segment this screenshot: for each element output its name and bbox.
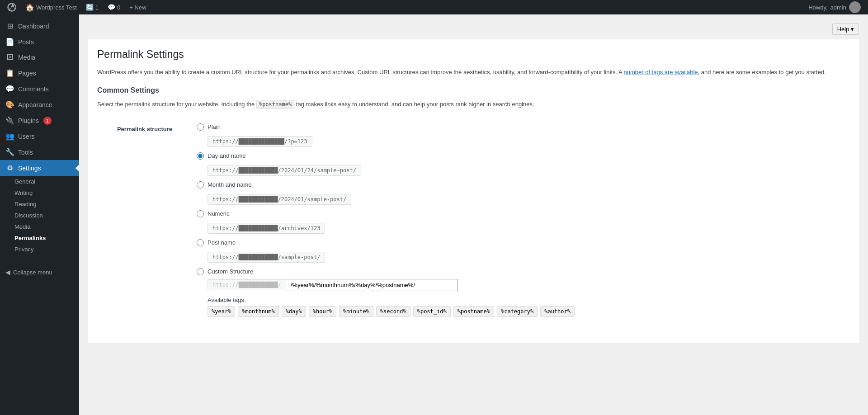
url-preview-numeric: https://████████████/archives/123 bbox=[208, 223, 325, 234]
tag-button-minute[interactable]: %minute% bbox=[339, 306, 373, 317]
howdy-label: Howdy, bbox=[808, 4, 827, 11]
description-link[interactable]: number of tags are available bbox=[623, 69, 698, 75]
settings-table: Permalink structure Plainhttps://███████… bbox=[97, 117, 850, 329]
sidebar-item-plugins[interactable]: 🔌 Plugins 1 bbox=[0, 113, 79, 128]
menu-icon-tools: 🔧 bbox=[5, 148, 14, 156]
radio-label-day_name[interactable]: Day and name bbox=[197, 152, 845, 160]
updates-button[interactable]: 🔄 1 bbox=[82, 0, 102, 14]
menu-label-users: Users bbox=[18, 133, 35, 140]
howdy-section: Howdy, admin bbox=[805, 1, 864, 13]
sidebar-item-settings[interactable]: ⚙ Settings bbox=[0, 160, 79, 176]
option-post_name: Post namehttps://████████████/sample-pos… bbox=[197, 239, 845, 263]
url-preview-post_name: https://████████████/sample-post/ bbox=[208, 252, 325, 263]
sidebar-item-posts[interactable]: 📄 Posts bbox=[0, 34, 79, 50]
menu-icon-comments: 💬 bbox=[5, 85, 14, 93]
radio-day_name[interactable] bbox=[197, 152, 204, 160]
menu-label-appearance: Appearance bbox=[18, 101, 52, 108]
common-settings-title: Common Settings bbox=[97, 86, 850, 94]
permalink-structure-row: Permalink structure Plainhttps://███████… bbox=[97, 117, 850, 329]
radio-plain[interactable] bbox=[197, 123, 204, 131]
collapse-menu-label: Collapse menu bbox=[13, 269, 52, 276]
tag-button-category[interactable]: %category% bbox=[497, 306, 538, 317]
sidebar-item-pages[interactable]: 📋 Pages bbox=[0, 65, 79, 81]
comments-button[interactable]: 💬 0 bbox=[104, 0, 124, 14]
admin-bar: 🏠 Wordpress Test 🔄 1 💬 0 + New Howdy, ad… bbox=[0, 0, 868, 14]
submenu-item-privacy[interactable]: Privacy bbox=[0, 244, 79, 255]
available-tags-label: Available tags: bbox=[208, 297, 845, 303]
new-content-button[interactable]: + New bbox=[126, 0, 150, 14]
custom-url-prefix: https://████████████/ bbox=[208, 279, 286, 290]
wp-logo-button[interactable] bbox=[4, 0, 20, 14]
tag-button-hour[interactable]: %hour% bbox=[309, 306, 336, 317]
url-preview-month_name: https://████████████/2024/01/sample-post… bbox=[208, 194, 351, 205]
description-part1: WordPress offers you the ability to crea… bbox=[97, 69, 623, 75]
page-title: Permalink Settings bbox=[97, 48, 850, 61]
username-label: admin bbox=[830, 4, 846, 11]
tag-button-postname[interactable]: %postname% bbox=[453, 306, 494, 317]
settings-submenu: GeneralWritingReadingDiscussionMediaPerm… bbox=[0, 176, 79, 255]
menu-icon-plugins: 🔌 bbox=[5, 116, 14, 125]
menu-label-posts: Posts bbox=[18, 38, 34, 46]
help-label: Help ▾ bbox=[837, 26, 854, 33]
menu-label-dashboard: Dashboard bbox=[18, 23, 49, 30]
option-label-month_name: Month and name bbox=[208, 181, 252, 188]
menu-icon-media: 🖼 bbox=[5, 53, 14, 61]
url-preview-day_name: https://████████████/2024/01/24/sample-p… bbox=[208, 165, 361, 176]
radio-numeric[interactable] bbox=[197, 210, 204, 217]
menu-label-pages: Pages bbox=[18, 70, 36, 77]
menu-label-tools: Tools bbox=[18, 149, 33, 156]
custom-structure-input[interactable] bbox=[286, 279, 458, 291]
radio-label-post_name[interactable]: Post name bbox=[197, 239, 845, 246]
radio-label-numeric[interactable]: Numeric bbox=[197, 210, 845, 217]
main-content: Help ▾ Permalink Settings WordPress offe… bbox=[79, 14, 868, 415]
tag-button-monthnum[interactable]: %monthnum% bbox=[238, 306, 278, 317]
submenu-item-permalinks[interactable]: Permalinks bbox=[0, 232, 79, 244]
option-month_name: Month and namehttps://████████████/2024/… bbox=[197, 181, 845, 205]
available-tags-section: Available tags:%year%%monthnum%%day%%hou… bbox=[208, 297, 845, 317]
radio-month_name[interactable] bbox=[197, 181, 204, 189]
postname-tag: %postname% bbox=[256, 100, 294, 109]
option-label-plain: Plain bbox=[208, 123, 221, 130]
option-label-numeric: Numeric bbox=[208, 210, 229, 217]
menu-icon-settings: ⚙ bbox=[5, 164, 14, 172]
menu-label-comments: Comments bbox=[18, 85, 49, 93]
submenu-item-reading[interactable]: Reading bbox=[0, 198, 79, 210]
updates-count: 1 bbox=[95, 4, 99, 11]
radio-label-plain[interactable]: Plain bbox=[197, 123, 845, 131]
desc-part1: Select the permalink structure for your … bbox=[97, 101, 256, 108]
sidebar-item-tools[interactable]: 🔧 Tools bbox=[0, 144, 79, 160]
help-button[interactable]: Help ▾ bbox=[832, 24, 859, 35]
submenu-item-general[interactable]: General bbox=[0, 176, 79, 187]
active-arrow bbox=[75, 165, 79, 172]
sidebar-item-comments[interactable]: 💬 Comments bbox=[0, 81, 79, 97]
radio-custom[interactable] bbox=[197, 268, 204, 275]
submenu-item-media[interactable]: Media bbox=[0, 221, 79, 232]
avatar bbox=[849, 1, 861, 13]
sidebar-item-media[interactable]: 🖼 Media bbox=[0, 50, 79, 65]
tag-button-day[interactable]: %day% bbox=[282, 306, 306, 317]
submenu-item-writing[interactable]: Writing bbox=[0, 187, 79, 198]
site-name-button[interactable]: 🏠 Wordpress Test bbox=[22, 0, 80, 14]
option-numeric: Numerichttps://████████████/archives/123 bbox=[197, 210, 845, 234]
tag-button-post_id[interactable]: %post_id% bbox=[413, 306, 451, 317]
submenu-item-discussion[interactable]: Discussion bbox=[0, 210, 79, 221]
tag-button-year[interactable]: %year% bbox=[208, 306, 235, 317]
desc-part2: tag makes links easy to understand, and … bbox=[294, 101, 534, 108]
sidebar-item-dashboard[interactable]: ⊞ Dashboard bbox=[0, 18, 79, 34]
option-day_name: Day and namehttps://████████████/2024/01… bbox=[197, 152, 845, 176]
page-description: WordPress offers you the ability to crea… bbox=[97, 68, 850, 77]
option-label-day_name: Day and name bbox=[208, 152, 246, 159]
option-plain: Plainhttps://██████████████/?p=123 bbox=[197, 123, 845, 147]
collapse-menu-button[interactable]: ◀ Collapse menu bbox=[0, 264, 79, 280]
sidebar-item-users[interactable]: 👥 Users bbox=[0, 128, 79, 144]
tag-button-author[interactable]: %author% bbox=[540, 306, 575, 317]
tag-button-second[interactable]: %second% bbox=[376, 306, 410, 317]
menu-icon-appearance: 🎨 bbox=[5, 100, 14, 109]
radio-label-month_name[interactable]: Month and name bbox=[197, 181, 845, 189]
radio-post_name[interactable] bbox=[197, 239, 204, 246]
permalink-structure-options: Plainhttps://██████████████/?p=123Day an… bbox=[197, 117, 850, 329]
sidebar-item-appearance[interactable]: 🎨 Appearance bbox=[0, 97, 79, 113]
tags-row: %year%%monthnum%%day%%hour%%minute%%seco… bbox=[208, 306, 845, 317]
option-custom: Custom Structurehttps://████████████/Ava… bbox=[197, 268, 845, 317]
radio-label-custom[interactable]: Custom Structure bbox=[197, 268, 845, 275]
